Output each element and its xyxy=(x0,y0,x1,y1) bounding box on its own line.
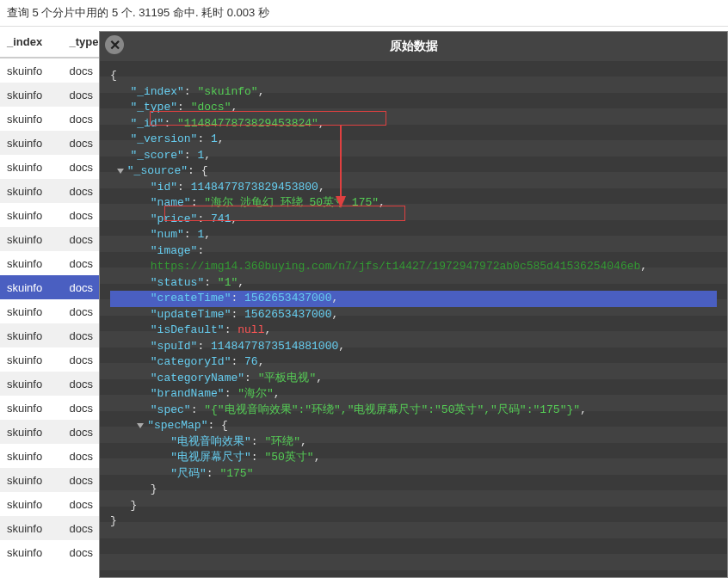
json-line: { xyxy=(110,68,717,84)
json-line: "_index": "skuinfo", xyxy=(110,84,717,101)
cell: skuinfo xyxy=(0,155,62,179)
cell: skuinfo xyxy=(0,323,62,347)
json-line: } xyxy=(110,513,717,530)
json-line: "brandName": "海尔", xyxy=(110,386,717,403)
json-line: "电视音响效果": "环绕", xyxy=(110,434,717,451)
cell: skuinfo xyxy=(0,227,62,251)
cell: skuinfo xyxy=(0,107,62,131)
json-line: "categoryName": "平板电视", xyxy=(110,371,717,387)
cell: skuinfo xyxy=(0,275,62,299)
json-line: "电视屏幕尺寸": "50英寸", xyxy=(110,450,717,466)
json-line: "name": "海尔 涉龟幻 环绕 50英寸 175", xyxy=(110,195,717,212)
json-line: "specMap": { xyxy=(110,418,717,434)
json-line: "price": 741, xyxy=(110,212,717,228)
json-line: "updateTime": 1562653437000, xyxy=(110,307,717,323)
cell: skuinfo xyxy=(0,516,62,540)
json-line: "_type": "docs", xyxy=(110,100,717,116)
json-line: "spuId": 1148477873514881000, xyxy=(110,339,717,355)
cell: skuinfo xyxy=(0,131,62,155)
cell: skuinfo xyxy=(0,58,62,83)
cell: skuinfo xyxy=(0,492,62,516)
cell: skuinfo xyxy=(0,347,62,372)
json-line: "spec": "{"电视音响效果":"环绕","电视屏幕尺寸":"50英寸",… xyxy=(110,403,717,419)
cell: skuinfo xyxy=(0,299,62,323)
cell: skuinfo xyxy=(0,444,62,468)
json-line: "categoryId": 76, xyxy=(110,354,717,371)
json-line: "_version": 1, xyxy=(110,132,717,148)
cell: skuinfo xyxy=(0,372,62,396)
json-line: "_score": 1, xyxy=(110,148,717,164)
cell: skuinfo xyxy=(0,540,62,564)
json-line: "image": xyxy=(110,243,717,260)
json-line: } xyxy=(110,498,717,514)
modal-title: 原始数据 xyxy=(390,39,438,52)
modal-header: ✕ 原始数据 xyxy=(100,32,727,61)
cell: skuinfo xyxy=(0,251,62,275)
cell: skuinfo xyxy=(0,468,62,492)
col-index[interactable]: _index xyxy=(0,27,62,58)
json-line: "status": "1", xyxy=(110,275,717,292)
json-line: "_id": "1148477873829453824", xyxy=(110,116,717,132)
json-line: "isDefault": null, xyxy=(110,323,717,339)
json-viewer[interactable]: { "_index": "skuinfo", "_type": "docs", … xyxy=(100,61,727,574)
cell: skuinfo xyxy=(0,396,62,420)
cell: skuinfo xyxy=(0,203,62,227)
close-icon[interactable]: ✕ xyxy=(105,35,124,54)
cell: skuinfo xyxy=(0,83,62,107)
json-line: "createTime": 1562653437000, xyxy=(110,291,717,307)
json-line: "num": 1, xyxy=(110,227,717,243)
raw-data-modal: ✕ 原始数据 { "_index": "skuinfo", "_type": "… xyxy=(99,31,728,578)
cell: skuinfo xyxy=(0,179,62,203)
json-line: https://img14.360buying.com/n7/jfs/t1442… xyxy=(110,259,717,275)
json-line: } xyxy=(110,482,717,498)
json-line: "_source": { xyxy=(110,163,717,180)
json-line: "尺码": "175" xyxy=(110,466,717,483)
query-status: 查询 5 个分片中用的 5 个. 31195 命中. 耗时 0.003 秒 xyxy=(0,0,728,27)
cell: skuinfo xyxy=(0,420,62,444)
json-line: "id": 1148477873829453800, xyxy=(110,180,717,196)
